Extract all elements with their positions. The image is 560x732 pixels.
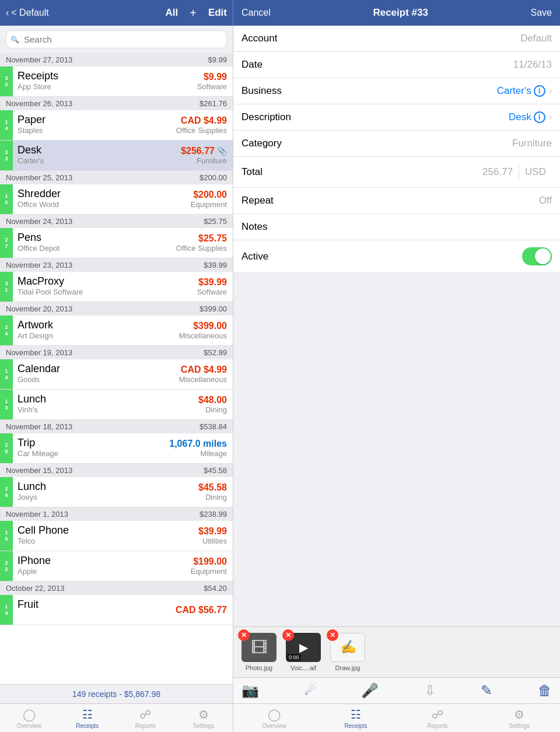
list-item-22[interactable]: 22 IPhone Apple $199.00 Equipment — [0, 551, 233, 582]
item-sub-4: Carter's — [18, 156, 170, 165]
microphone-button[interactable]: 🎤 — [361, 682, 379, 699]
back-button[interactable]: ‹ < Default — [6, 8, 49, 18]
search-input[interactable] — [6, 30, 227, 48]
tab-receipts[interactable]: ☷ Receipts — [58, 704, 117, 732]
camera-button[interactable]: 📷 — [242, 682, 259, 699]
item-category-14: Miscellaneous — [179, 375, 227, 384]
date-amount-9: $39.99 — [204, 261, 227, 269]
tab-settings-right[interactable]: ⚙ Settings — [478, 704, 560, 732]
item-amount-14: CAD $4.99 — [181, 365, 227, 375]
list-item-1[interactable]: 30 Receipts App Store $9.99 Software — [0, 66, 233, 97]
list-item-17[interactable]: 28 Trip Car Mileage 1,067.0 miles Mileag… — [0, 433, 233, 464]
date-label-23: October 22, 2013 — [6, 584, 64, 593]
item-category-19: Dining — [205, 493, 227, 502]
item-right-8: $25.75 Office Supplies — [170, 228, 233, 258]
date-label-11: November 20, 2013 — [6, 304, 72, 313]
overview-icon-right: ◯ — [268, 708, 281, 722]
list-item-10[interactable]: 31 MacProxy Tidal Pool Software $39.99 S… — [0, 272, 233, 302]
badge-10: 31 — [0, 272, 13, 302]
business-value: Carter's — [497, 85, 531, 97]
tab-reports[interactable]: ☍ Reports — [117, 704, 175, 732]
delete-audio-button[interactable]: ✕ — [282, 629, 294, 641]
active-toggle[interactable] — [522, 247, 552, 265]
tab-receipts-right[interactable]: ☷ Receipts — [315, 704, 397, 732]
date-amount-18: $45.58 — [204, 466, 227, 475]
list-item-21[interactable]: 15 Cell Phone Telco $39.99 Utilities — [0, 521, 233, 551]
item-right-1: $9.99 Software — [191, 66, 233, 96]
item-amount-22: $199.00 — [193, 556, 227, 567]
item-content-6: Shredder Office World — [13, 184, 185, 214]
date-amount-0: $9.99 — [208, 55, 227, 64]
total-row[interactable]: Total 256.77 USD — [233, 157, 560, 188]
date-section-9: November 23, 2013$39.99 — [0, 258, 233, 272]
attachment-drawing: ✕ ✍ Draw.jpg — [330, 633, 365, 671]
drawing-preview: ✍ — [339, 639, 356, 656]
list-item-4[interactable]: 33 Desk Carter's $256.77📎 Furniture — [0, 141, 233, 171]
category-row[interactable]: Category Furniture — [233, 131, 560, 157]
date-section-20: November 1, 2013$238.99 — [0, 507, 233, 521]
item-name-14: Calendar — [18, 363, 169, 375]
receipt-title: Receipt #33 — [373, 7, 428, 19]
description-info-icon[interactable]: i — [534, 111, 545, 123]
download-button[interactable]: ⇩ — [424, 682, 436, 699]
delete-drawing-button[interactable]: ✕ — [327, 629, 338, 641]
list-item-6[interactable]: 10 Shredder Office World $200.00 Equipme… — [0, 184, 233, 215]
date-amount-16: $538.84 — [200, 422, 227, 431]
overview-label-right: Overview — [262, 723, 286, 729]
item-name-10: MacProxy — [18, 275, 187, 288]
receipts-label: Receipts — [76, 723, 99, 729]
tab-reports-right[interactable]: ☍ Reports — [397, 704, 478, 732]
business-label: Business — [242, 85, 497, 97]
item-name-12: Artwork — [18, 319, 169, 331]
receipt-count: 149 receipts - $5,867.98 — [72, 689, 160, 699]
repeat-label: Repeat — [242, 195, 539, 206]
item-content-24: Fruit — [13, 595, 170, 625]
list-item-15[interactable]: 10 Lunch Vinh's $48.00 Dining — [0, 390, 233, 420]
business-info-icon[interactable]: i — [534, 85, 545, 97]
cancel-button[interactable]: Cancel — [242, 8, 271, 18]
date-label-18: November 15, 2013 — [6, 466, 72, 475]
add-button[interactable]: + — [190, 6, 197, 20]
delete-photo-button[interactable]: ✕ — [238, 629, 250, 641]
tab-settings[interactable]: ⚙ Settings — [174, 704, 233, 732]
film-icon: 🎞 — [251, 638, 267, 657]
list-item-19[interactable]: 26 Lunch Joeys $45.58 Dining — [0, 477, 233, 507]
date-label-16: November 18, 2013 — [6, 422, 72, 431]
currency-value[interactable]: USD — [519, 164, 552, 180]
account-row[interactable]: Account Default — [233, 26, 560, 52]
badge-21: 15 — [0, 521, 13, 551]
trash-button[interactable]: 🗑 — [538, 682, 552, 699]
date-amount-11: $399.00 — [200, 304, 227, 313]
list-item-24[interactable]: 14 Fruit CAD $56.77 — [0, 595, 233, 625]
attachments-bar: ✕ 🎞 Photo.jpg ✕ ▶ 0:00 Voic....aif ✕ ✍ — [233, 626, 560, 677]
date-value: 11/26/13 — [513, 59, 552, 71]
date-row[interactable]: Date 11/26/13 — [233, 52, 560, 78]
back-icon: ‹ — [6, 8, 9, 18]
edit-button[interactable]: Edit — [208, 7, 227, 19]
all-button[interactable]: All — [165, 7, 178, 19]
toggle-knob — [535, 248, 551, 264]
item-name-3: Paper — [18, 114, 166, 126]
item-sub-15: Vinh's — [18, 405, 188, 414]
search-wrap — [6, 30, 227, 48]
left-tabs: ◯ Overview ☷ Receipts ☍ Reports ⚙ Settin… — [0, 704, 233, 732]
business-row[interactable]: Business Carter's i › — [233, 78, 560, 104]
notes-row[interactable]: Notes — [233, 214, 560, 240]
date-amount-23: $54.20 — [204, 584, 227, 593]
brush-button[interactable]: ✎ — [481, 682, 492, 699]
reports-icon: ☍ — [139, 708, 151, 722]
list-item-8[interactable]: 27 Pens Office Depot $25.75 Office Suppl… — [0, 228, 233, 258]
list-item-3[interactable]: 14 Paper Staples CAD $4.99 Office Suppli… — [0, 110, 233, 141]
save-button[interactable]: Save — [531, 8, 552, 18]
active-row: Active — [233, 240, 560, 273]
item-amount-12: $399.00 — [193, 321, 227, 331]
description-row[interactable]: Description Desk i › — [233, 104, 560, 131]
tab-overview-right[interactable]: ◯ Overview — [233, 704, 315, 732]
repeat-row[interactable]: Repeat Off — [233, 188, 560, 214]
list-item-14[interactable]: 14 Calendar Goods CAD $4.99 Miscellaneou… — [0, 359, 233, 390]
item-sub-3: Staples — [18, 126, 166, 135]
image-button[interactable]: ☄ — [304, 683, 316, 698]
tab-overview[interactable]: ◯ Overview — [0, 704, 58, 732]
date-section-2: November 26, 2013$261.76 — [0, 97, 233, 110]
list-item-12[interactable]: 24 Artwork Art Design $399.00 Miscellane… — [0, 316, 233, 346]
